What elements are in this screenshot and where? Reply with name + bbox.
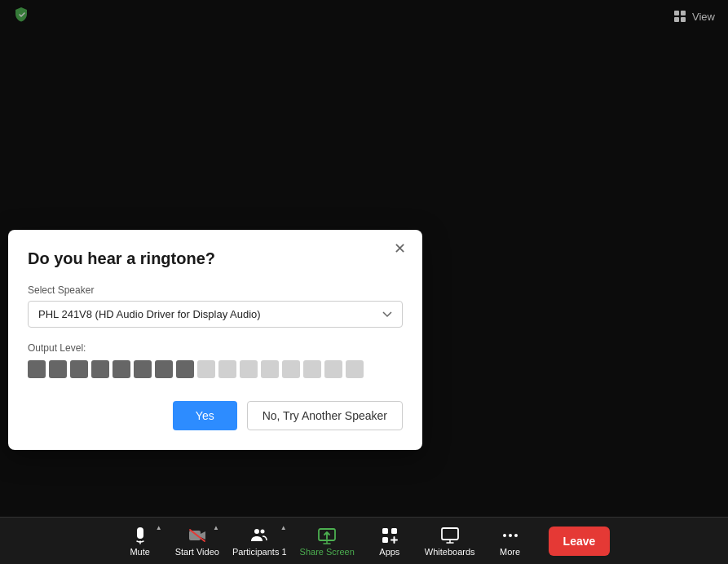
level-bar-3 <box>70 360 88 378</box>
video-icon <box>188 526 207 545</box>
toolbar: ▲ Mute ▲ Start Video ▲ Participants 1 <box>0 517 728 564</box>
speaker-select[interactable]: PHL 241V8 (HD Audio Driver for Display A… <box>28 301 403 328</box>
ringtone-dialog: ✕ Do you hear a ringtone? Select Speaker… <box>8 230 422 450</box>
mute-button[interactable]: ▲ Mute <box>112 518 169 564</box>
participants-label: Participants 1 <box>232 547 287 557</box>
leave-button[interactable]: Leave <box>549 527 611 556</box>
video-caret[interactable]: ▲ <box>213 524 219 531</box>
mute-icon <box>130 526 150 545</box>
level-bar-15 <box>324 360 342 378</box>
level-bar-7 <box>155 360 173 378</box>
mute-caret[interactable]: ▲ <box>156 524 162 531</box>
svg-rect-9 <box>382 528 388 534</box>
more-icon <box>501 526 520 545</box>
svg-rect-10 <box>391 528 397 534</box>
level-bar-6 <box>134 360 152 378</box>
whiteboards-icon <box>440 526 460 545</box>
level-bar-12 <box>261 360 279 378</box>
level-bar-5 <box>113 360 130 378</box>
more-label: More <box>500 547 520 557</box>
level-bar-14 <box>303 360 321 378</box>
participants-caret[interactable]: ▲ <box>280 524 287 531</box>
level-bar-1 <box>28 360 46 378</box>
level-bar-9 <box>197 360 215 378</box>
no-try-another-button[interactable]: No, Try Another Speaker <box>247 401 403 430</box>
level-bar-8 <box>176 360 194 378</box>
apps-label: Apps <box>379 547 399 557</box>
level-bar-16 <box>346 360 364 378</box>
share-screen-icon <box>317 526 337 545</box>
yes-button[interactable]: Yes <box>173 401 237 430</box>
level-bar-11 <box>240 360 258 378</box>
more-button[interactable]: More <box>482 518 539 564</box>
modal-title: Do you hear a ringtone? <box>28 249 403 268</box>
level-bar-13 <box>282 360 300 378</box>
svg-point-15 <box>514 534 518 537</box>
apps-icon <box>380 526 399 545</box>
participants-icon <box>249 526 269 545</box>
participants-button[interactable]: ▲ Participants 1 <box>226 518 293 564</box>
level-bars <box>28 360 403 378</box>
close-button[interactable]: ✕ <box>389 240 411 258</box>
start-video-button[interactable]: ▲ Start Video <box>169 518 226 564</box>
svg-point-13 <box>503 534 506 537</box>
modal-buttons: Yes No, Try Another Speaker <box>28 401 403 430</box>
level-bar-2 <box>49 360 67 378</box>
mute-label: Mute <box>130 547 149 557</box>
svg-point-6 <box>254 529 259 534</box>
share-screen-button[interactable]: Share Screen <box>293 518 361 564</box>
level-bar-4 <box>91 360 109 378</box>
whiteboards-label: Whiteboards <box>425 547 475 557</box>
start-video-label: Start Video <box>175 547 219 557</box>
output-label: Output Level: <box>28 342 403 354</box>
svg-rect-4 <box>189 531 201 540</box>
svg-point-7 <box>261 529 265 533</box>
modal-overlay: ✕ Do you hear a ringtone? Select Speaker… <box>0 0 728 517</box>
share-screen-label: Share Screen <box>300 547 355 557</box>
svg-rect-11 <box>382 537 388 543</box>
apps-button[interactable]: Apps <box>361 518 418 564</box>
level-bar-10 <box>218 360 236 378</box>
speaker-label: Select Speaker <box>28 284 403 296</box>
svg-point-14 <box>509 534 512 537</box>
svg-rect-12 <box>442 528 458 540</box>
whiteboards-button[interactable]: Whiteboards <box>418 518 482 564</box>
